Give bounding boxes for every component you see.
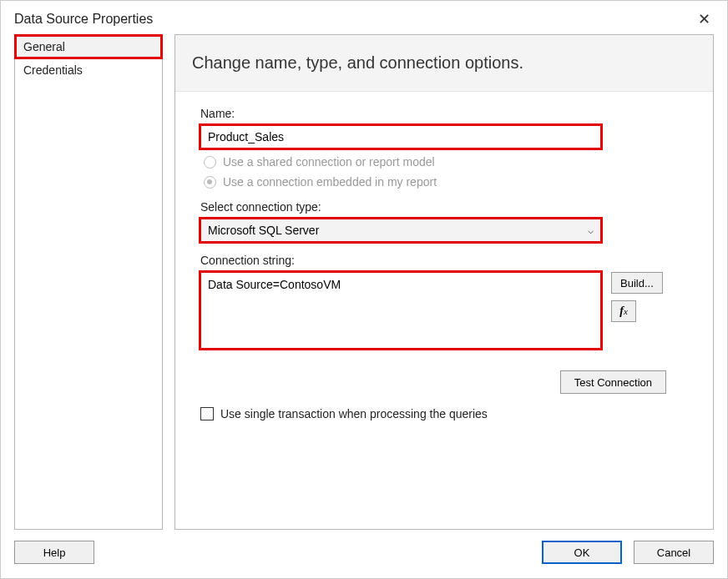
connection-type-label: Select connection type:: [200, 200, 693, 214]
sidebar-item-general[interactable]: General: [15, 35, 162, 58]
chevron-down-icon: ⌵: [588, 224, 594, 236]
name-input[interactable]: [200, 125, 601, 149]
connection-string-label: Connection string:: [200, 254, 693, 267]
radio-icon: [204, 176, 216, 189]
connection-type-select[interactable]: Microsoft SQL Server ⌵: [200, 219, 601, 242]
radio-embedded-connection: Use a connection embedded in my report: [204, 175, 693, 189]
close-icon[interactable]: ✕: [690, 7, 719, 32]
sidebar: General Credentials: [14, 34, 163, 530]
radio-embedded-label: Use a connection embedded in my report: [223, 175, 437, 189]
help-button[interactable]: Help: [14, 541, 94, 564]
connection-string-input[interactable]: [200, 272, 601, 349]
window-title: Data Source Properties: [14, 12, 153, 27]
expression-button[interactable]: fx: [611, 300, 636, 322]
name-label: Name:: [200, 107, 693, 120]
radio-shared-label: Use a shared connection or report model: [223, 155, 435, 169]
page-heading: Change name, type, and connection option…: [175, 35, 713, 92]
test-connection-button[interactable]: Test Connection: [560, 370, 666, 394]
main-panel: Change name, type, and connection option…: [174, 34, 714, 530]
cancel-button[interactable]: Cancel: [634, 541, 714, 564]
connection-type-value: Microsoft SQL Server: [208, 224, 319, 237]
radio-shared-connection: Use a shared connection or report model: [204, 155, 693, 169]
build-button[interactable]: Build...: [611, 272, 663, 294]
sidebar-item-credentials[interactable]: Credentials: [15, 58, 162, 82]
checkbox-icon[interactable]: [200, 407, 214, 420]
radio-icon: [204, 156, 216, 169]
single-transaction-row[interactable]: Use single transaction when processing t…: [200, 407, 693, 420]
ok-button[interactable]: OK: [542, 541, 622, 564]
single-transaction-label: Use single transaction when processing t…: [220, 407, 488, 420]
